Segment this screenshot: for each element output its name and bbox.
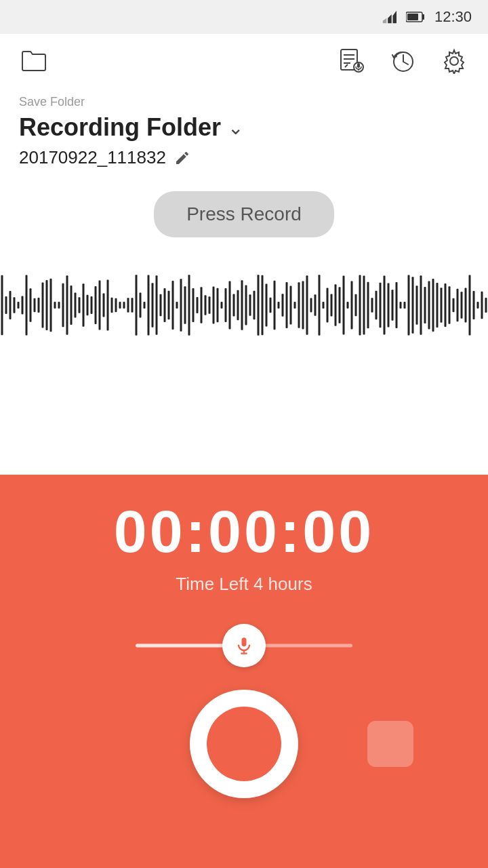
svg-rect-17 — [1, 275, 3, 336]
svg-rect-131 — [465, 288, 467, 322]
svg-marker-0 — [392, 11, 396, 23]
svg-rect-36 — [79, 297, 81, 313]
svg-rect-69 — [213, 287, 215, 324]
svg-point-16 — [450, 57, 458, 65]
svg-rect-117 — [408, 275, 410, 335]
microphone-icon — [235, 636, 253, 655]
filename-row: 20170922_111832 — [19, 147, 469, 168]
svg-rect-129 — [457, 289, 459, 322]
svg-rect-122 — [428, 281, 430, 329]
svg-rect-88 — [290, 286, 292, 325]
svg-rect-85 — [278, 302, 280, 309]
svg-rect-119 — [416, 285, 418, 324]
svg-rect-29 — [50, 279, 52, 332]
svg-rect-20 — [14, 297, 16, 313]
status-bar: 12:30 — [0, 0, 488, 34]
svg-rect-60 — [176, 302, 178, 309]
svg-rect-59 — [172, 281, 174, 330]
press-record-area: Press Record — [0, 179, 488, 244]
svg-rect-132 — [469, 275, 471, 335]
toolbar-right — [336, 46, 469, 76]
svg-rect-37 — [83, 283, 85, 326]
svg-rect-41 — [99, 280, 101, 330]
svg-rect-13 — [357, 63, 360, 68]
settings-button[interactable] — [439, 46, 469, 76]
svg-rect-118 — [412, 277, 414, 333]
svg-rect-121 — [424, 287, 426, 323]
svg-rect-97 — [327, 288, 329, 322]
svg-rect-44 — [111, 298, 113, 313]
svg-rect-40 — [95, 286, 97, 324]
record-actions — [0, 690, 488, 798]
svg-rect-128 — [453, 298, 455, 312]
svg-rect-70 — [217, 288, 219, 323]
svg-rect-67 — [205, 295, 207, 315]
svg-rect-81 — [262, 275, 264, 335]
svg-rect-64 — [192, 288, 195, 322]
svg-rect-43 — [107, 280, 109, 331]
svg-rect-46 — [119, 302, 121, 309]
svg-rect-98 — [331, 294, 333, 316]
svg-rect-83 — [270, 298, 272, 313]
svg-rect-68 — [209, 296, 211, 314]
svg-rect-133 — [473, 291, 475, 319]
history-button[interactable] — [388, 46, 418, 76]
svg-rect-61 — [180, 279, 182, 332]
edit-icon[interactable] — [174, 150, 190, 166]
svg-rect-102 — [347, 302, 349, 309]
folder-button[interactable] — [19, 46, 49, 76]
press-record-button[interactable]: Press Record — [154, 191, 334, 237]
svg-rect-104 — [355, 294, 357, 317]
svg-rect-127 — [449, 286, 451, 323]
svg-rect-4 — [422, 14, 424, 20]
svg-rect-55 — [156, 275, 158, 335]
svg-rect-78 — [249, 294, 251, 316]
svg-rect-94 — [314, 294, 317, 316]
svg-rect-28 — [46, 280, 48, 330]
svg-rect-56 — [160, 294, 162, 316]
svg-rect-22 — [22, 296, 24, 314]
chevron-down-icon[interactable]: ⌄ — [228, 117, 243, 139]
svg-rect-27 — [42, 283, 44, 328]
mic-slider[interactable] — [136, 629, 352, 663]
stop-button[interactable] — [367, 721, 413, 767]
history-icon — [390, 48, 415, 74]
folder-icon — [21, 50, 47, 72]
svg-rect-47 — [123, 302, 125, 309]
svg-rect-19 — [9, 291, 12, 319]
transcript-button[interactable] — [336, 46, 366, 76]
svg-rect-123 — [432, 279, 434, 332]
svg-rect-65 — [197, 297, 199, 313]
svg-rect-63 — [188, 275, 190, 336]
status-time: 12:30 — [434, 8, 472, 26]
svg-rect-23 — [26, 275, 28, 335]
svg-rect-89 — [294, 302, 296, 309]
svg-rect-75 — [237, 290, 239, 321]
svg-rect-38 — [87, 295, 89, 316]
svg-rect-80 — [258, 275, 260, 336]
mic-thumb[interactable] — [222, 624, 266, 667]
svg-rect-107 — [367, 282, 369, 329]
recording-folder-row: Recording Folder ⌄ — [19, 113, 469, 142]
battery-icon — [406, 11, 425, 23]
svg-rect-136 — [485, 298, 487, 313]
toolbar — [0, 34, 488, 88]
svg-rect-134 — [477, 302, 479, 309]
waveform-container — [0, 244, 488, 366]
svg-line-11 — [345, 64, 348, 67]
svg-rect-45 — [115, 298, 117, 313]
svg-rect-135 — [481, 292, 483, 319]
svg-rect-120 — [420, 275, 422, 334]
svg-rect-72 — [225, 288, 227, 322]
svg-rect-82 — [266, 284, 268, 327]
svg-rect-18 — [5, 296, 7, 314]
record-button[interactable] — [190, 690, 298, 798]
svg-rect-58 — [168, 291, 170, 320]
svg-rect-54 — [152, 283, 154, 328]
svg-rect-71 — [221, 302, 223, 309]
svg-rect-124 — [436, 283, 439, 328]
svg-rect-30 — [54, 302, 56, 309]
svg-rect-95 — [319, 275, 321, 335]
header-info: Save Folder Recording Folder ⌄ 20170922_… — [0, 88, 488, 179]
svg-rect-110 — [380, 283, 382, 328]
